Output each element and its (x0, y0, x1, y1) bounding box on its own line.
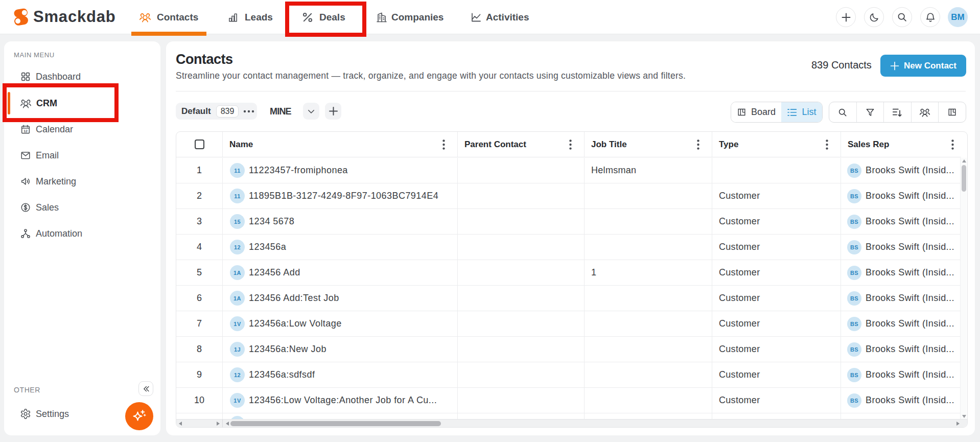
svg-text:12: 12 (24, 129, 28, 133)
